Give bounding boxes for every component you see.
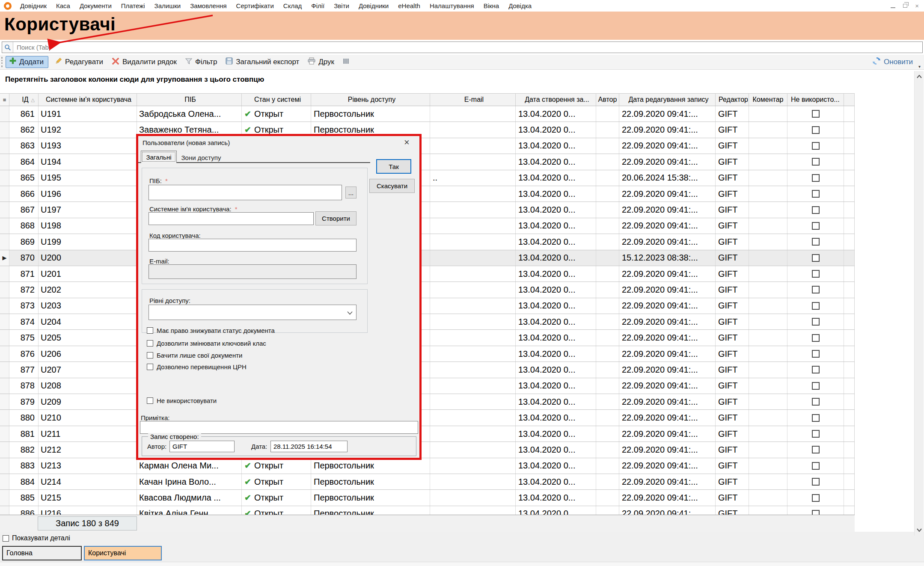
- dialog-checkbox-row-3[interactable]: Дозволено перевищення ЦРН: [147, 363, 247, 370]
- table-row[interactable]: 861U191Забродська Олена...✔ОткрытПервост…: [0, 106, 855, 122]
- toolbar-grip[interactable]: [1, 57, 3, 67]
- minimize-icon[interactable]: [891, 7, 895, 8]
- table-row[interactable]: 874U20413.04.2020 0...22.09.2020 09:41:.…: [0, 314, 855, 330]
- menu-item-0[interactable]: Довідник: [15, 2, 51, 9]
- column-header[interactable]: ПІБ: [137, 94, 242, 106]
- dialog-close-icon[interactable]: ×: [404, 138, 410, 147]
- unused-checkbox[interactable]: [812, 174, 820, 182]
- show-details-toggle[interactable]: Показувати деталі: [3, 534, 70, 542]
- unused-checkbox[interactable]: [812, 366, 820, 373]
- unused-checkbox[interactable]: [147, 397, 153, 404]
- unused-checkbox[interactable]: [812, 494, 820, 502]
- table-row[interactable]: 879U20913.04.2020 0...22.09.2020 09:41:.…: [0, 394, 855, 410]
- dialog-checkbox-row-0[interactable]: Має право знижувати статус документа: [147, 327, 275, 334]
- menu-item-8[interactable]: Філії: [306, 2, 329, 9]
- column-header[interactable]: Коментар: [749, 94, 787, 106]
- checkbox[interactable]: [147, 352, 153, 359]
- table-row[interactable]: 865U195..13.04.2020 0...20.06.2024 15:38…: [0, 170, 855, 186]
- table-row[interactable]: 876U20613.04.2020 0...22.09.2020 09:41:.…: [0, 346, 855, 362]
- table-row[interactable]: 862U192Заваженко Тетяна...✔ОткрытПервост…: [0, 122, 855, 138]
- menu-item-13[interactable]: Вікна: [479, 2, 504, 9]
- date-input[interactable]: 28.11.2025 16:14:54: [270, 441, 348, 452]
- filter-button[interactable]: Фільтр: [185, 58, 217, 67]
- add-button[interactable]: Додати: [6, 56, 48, 68]
- column-header[interactable]: Системне ім'я користувача: [39, 94, 137, 106]
- unused-checkbox[interactable]: [812, 270, 820, 278]
- email-input[interactable]: [149, 264, 357, 279]
- unused-checkbox[interactable]: [812, 110, 820, 118]
- table-row[interactable]: 885U215Квасова Людмила ...✔ОткрытПервост…: [0, 490, 855, 506]
- nav-tab-users[interactable]: Користувачі: [84, 546, 162, 560]
- unused-checkbox[interactable]: [812, 158, 820, 166]
- author-input[interactable]: GIFT: [169, 441, 235, 452]
- menu-item-14[interactable]: Довідка: [504, 2, 536, 9]
- column-chooser-button[interactable]: [343, 58, 349, 66]
- access-levels-select[interactable]: [149, 305, 357, 320]
- restore-icon[interactable]: [903, 4, 907, 8]
- table-row[interactable]: 866U19613.04.2020 0...22.09.2020 09:41:.…: [0, 186, 855, 202]
- table-row[interactable]: 881U21113.04.2020 0...22.09.2020 09:41:.…: [0, 426, 855, 442]
- column-header[interactable]: Стан у системі: [242, 94, 311, 106]
- table-row[interactable]: 867U19713.04.2020 0...22.09.2020 09:41:.…: [0, 202, 855, 218]
- column-header[interactable]: Автор: [596, 94, 619, 106]
- menu-item-7[interactable]: Склад: [279, 2, 306, 9]
- menu-item-2[interactable]: Документи: [75, 2, 116, 9]
- table-row[interactable]: 872U20213.04.2020 0...22.09.2020 09:41:.…: [0, 282, 855, 298]
- vertical-scrollbar[interactable]: [914, 71, 924, 536]
- table-row[interactable]: 882U21213.04.2020 0...22.09.2020 09:41:.…: [0, 442, 855, 458]
- unused-checkbox[interactable]: [812, 414, 820, 422]
- usercode-input[interactable]: [149, 239, 357, 252]
- unused-checkbox[interactable]: [812, 286, 820, 293]
- table-row[interactable]: 864U19413.04.2020 0...22.09.2020 09:41:.…: [0, 154, 855, 170]
- table-row[interactable]: 880U21013.04.2020 0...22.09.2020 09:41:.…: [0, 410, 855, 426]
- unused-checkbox[interactable]: [812, 350, 820, 358]
- unused-checkbox[interactable]: [812, 222, 820, 230]
- column-header[interactable]: Рівень доступу: [311, 94, 430, 106]
- unused-checkbox[interactable]: [812, 206, 820, 214]
- unused-checkbox[interactable]: [812, 334, 820, 342]
- toolbar-overflow-caret[interactable]: ▾: [918, 64, 921, 69]
- table-row[interactable]: 873U20313.04.2020 0...22.09.2020 09:41:.…: [0, 298, 855, 314]
- show-details-checkbox[interactable]: [3, 535, 9, 542]
- unused-checkbox[interactable]: [812, 398, 820, 406]
- unused-checkbox[interactable]: [812, 510, 820, 515]
- column-header[interactable]: ІД△: [9, 94, 39, 106]
- dialog-checkbox-row-2[interactable]: Бачити лише свої документи: [147, 352, 242, 359]
- unused-checkbox[interactable]: [812, 190, 820, 198]
- dialog-checkbox-row-1[interactable]: Дозволити змінювати ключовий клас: [147, 340, 266, 347]
- table-row[interactable]: 878U20813.04.2020 0...22.09.2020 09:41:.…: [0, 378, 855, 394]
- table-row[interactable]: 886U216Квітка Аліна Генн...✔ОткрытПервос…: [0, 506, 855, 515]
- table-row[interactable]: 875U20513.04.2020 0...22.09.2020 09:41:.…: [0, 330, 855, 346]
- unused-checkbox[interactable]: [812, 462, 820, 470]
- horizontal-scrollbar[interactable]: [0, 562, 924, 566]
- refresh-button[interactable]: Оновити: [872, 57, 913, 67]
- table-row[interactable]: 883U213Карман Олена Ми...✔ОткрытПервосто…: [0, 458, 855, 474]
- edit-button[interactable]: Редагувати: [54, 57, 103, 67]
- unused-checkbox[interactable]: [812, 254, 820, 262]
- unused-checkbox[interactable]: [812, 318, 820, 326]
- pib-input[interactable]: [149, 185, 342, 200]
- print-button[interactable]: Друк: [308, 57, 334, 67]
- tab-access-zones[interactable]: Зони доступу: [178, 152, 225, 163]
- unused-checkbox-row[interactable]: Не використовувати: [147, 397, 217, 404]
- table-row[interactable]: 868U19813.04.2020 0...22.09.2020 09:41:.…: [0, 218, 855, 234]
- close-icon[interactable]: ×: [915, 3, 919, 9]
- column-header[interactable]: E-mail: [430, 94, 516, 106]
- menu-item-4[interactable]: Залишки: [150, 2, 186, 9]
- unused-checkbox[interactable]: [812, 142, 820, 150]
- delete-row-button[interactable]: Видалити рядок: [112, 57, 177, 67]
- unused-checkbox[interactable]: [812, 126, 820, 134]
- create-button[interactable]: Створити: [315, 211, 357, 225]
- menu-item-3[interactable]: Платежі: [116, 2, 150, 9]
- unused-checkbox[interactable]: [812, 478, 820, 486]
- menu-item-6[interactable]: Сертифікати: [232, 2, 279, 9]
- search-input[interactable]: [13, 44, 922, 51]
- pib-browse-button[interactable]: ...: [345, 187, 357, 199]
- menu-item-5[interactable]: Замовлення: [185, 2, 231, 9]
- checkbox[interactable]: [147, 364, 153, 370]
- table-row[interactable]: 869U19913.04.2020 0...22.09.2020 09:41:.…: [0, 234, 855, 250]
- menu-item-12[interactable]: Налаштування: [425, 2, 479, 9]
- table-row[interactable]: 884U214Качан Ірина Воло...✔ОткрытПервост…: [0, 474, 855, 490]
- column-header[interactable]: Дата редагування запису: [619, 94, 716, 106]
- menu-item-11[interactable]: eHealth: [393, 2, 425, 9]
